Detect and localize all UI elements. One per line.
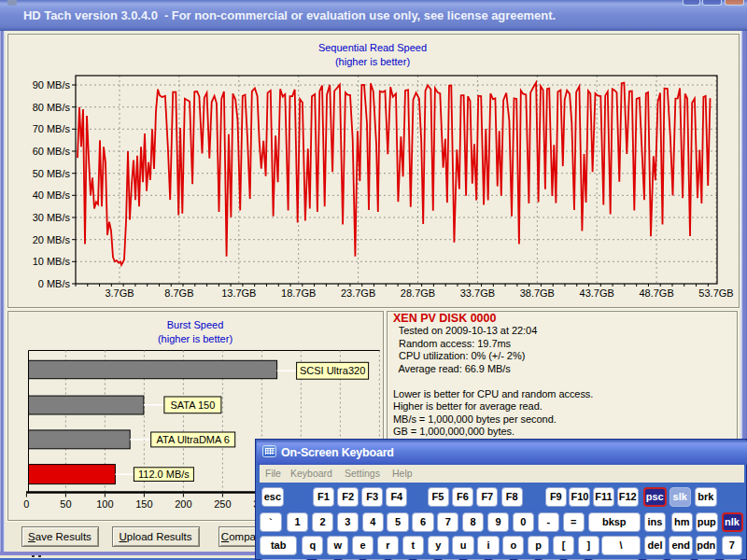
svg-text:23.7GB: 23.7GB — [341, 287, 375, 299]
svg-text:18.7GB: 18.7GB — [281, 287, 316, 299]
svg-text:70 MB/s: 70 MB/s — [33, 123, 71, 134]
svg-text:SCSI Ultra320: SCSI Ultra320 — [300, 365, 365, 376]
svg-text:0: 0 — [23, 498, 29, 510]
svg-text:(higher is better): (higher is better) — [158, 333, 233, 344]
svg-text:33.7GB: 33.7GB — [460, 287, 495, 299]
svg-text:50 MB/s: 50 MB/s — [33, 168, 71, 179]
svg-text:SATA 150: SATA 150 — [170, 399, 215, 411]
svg-text:0 MB/s: 0 MB/s — [38, 278, 71, 289]
svg-text:250: 250 — [214, 498, 231, 510]
svg-text:200: 200 — [175, 498, 191, 510]
svg-text:90 MB/s: 90 MB/s — [33, 79, 71, 91]
svg-text:40 MB/s: 40 MB/s — [33, 189, 71, 201]
svg-text:20 MB/s: 20 MB/s — [33, 234, 71, 245]
svg-text:48.7GB: 48.7GB — [639, 287, 673, 299]
svg-text:53.7GB: 53.7GB — [698, 287, 733, 299]
svg-text:28.7GB: 28.7GB — [401, 287, 435, 299]
svg-text:60 MB/s: 60 MB/s — [33, 146, 71, 157]
svg-text:38.7GB: 38.7GB — [520, 287, 555, 299]
svg-text:10 MB/s: 10 MB/s — [33, 256, 71, 267]
svg-text:3.7GB: 3.7GB — [105, 287, 134, 299]
svg-text:30 MB/s: 30 MB/s — [33, 212, 71, 223]
svg-text:ATA UltraDMA 6: ATA UltraDMA 6 — [156, 434, 229, 445]
svg-text:112.0 MB/s: 112.0 MB/s — [138, 469, 190, 480]
svg-text:8.7GB: 8.7GB — [164, 287, 193, 299]
svg-text:Burst Speed: Burst Speed — [167, 319, 224, 330]
svg-text:Sequential Read Speed: Sequential Read Speed — [318, 42, 427, 53]
svg-text:43.7GB: 43.7GB — [580, 287, 614, 299]
svg-text:50: 50 — [60, 498, 71, 510]
svg-text:80 MB/s: 80 MB/s — [33, 102, 71, 113]
svg-text:(higher is better): (higher is better) — [335, 56, 410, 67]
svg-text:13.7GB: 13.7GB — [221, 287, 256, 299]
svg-text:150: 150 — [135, 498, 152, 510]
svg-text:100: 100 — [96, 498, 113, 510]
